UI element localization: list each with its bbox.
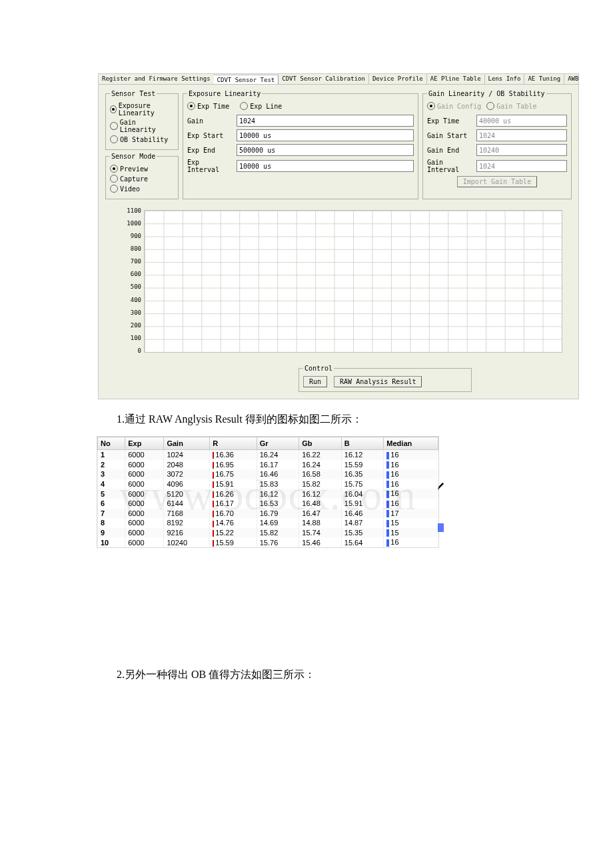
- radio-exp-time[interactable]: Exp Time: [187, 102, 229, 110]
- table-row[interactable]: 66000614416.1716.5316.4815.9116: [98, 499, 438, 509]
- tab-ae-pline-table[interactable]: AE Pline Table: [427, 74, 485, 84]
- tab-ae-tuning[interactable]: AE Tuning: [524, 74, 564, 84]
- table-row[interactable]: 86000819214.7614.6914.8814.8715: [98, 518, 438, 528]
- col-header-r[interactable]: R: [210, 437, 257, 450]
- table-row[interactable]: 56000512016.2616.1216.1216.0416: [98, 489, 438, 499]
- gl-gain-interval-input[interactable]: [476, 160, 567, 172]
- cell: 16: [384, 450, 438, 460]
- radio-label: Gain Linearity: [120, 119, 174, 133]
- table-row[interactable]: 26000204816.9516.1716.2415.5916: [98, 460, 438, 470]
- radio-preview[interactable]: Preview: [110, 165, 174, 173]
- cell: 16.35: [341, 469, 384, 479]
- exp-start-input[interactable]: [237, 129, 414, 141]
- radio-label: Preview: [120, 165, 148, 173]
- tab-cdvt-sensor-test[interactable]: CDVT Sensor Test: [214, 75, 279, 85]
- radio-gain-table[interactable]: Gain Table: [486, 102, 536, 110]
- table-row[interactable]: 16000102416.3616.2416.2216.1216: [98, 450, 438, 460]
- cell: 15.82: [257, 528, 299, 538]
- cell: 15.75: [341, 479, 384, 489]
- radio-gain-linearity[interactable]: Gain Linearity: [110, 119, 174, 133]
- y-tick-label: 900: [111, 233, 141, 239]
- radio-label: Exposure Linearity: [119, 102, 174, 117]
- cell: 16.24: [257, 450, 299, 460]
- radio-dot-icon: [110, 135, 118, 143]
- cell: 6000: [125, 460, 164, 470]
- col-header-gr[interactable]: Gr: [257, 437, 299, 450]
- col-header-exp[interactable]: Exp: [125, 437, 164, 450]
- doc-line-2: 2.另外一种得出 OB 值得方法如图三所示：: [117, 668, 613, 682]
- cell: 16.58: [299, 469, 342, 479]
- cell: 15: [384, 528, 438, 538]
- import-gain-table-button[interactable]: Import Gain Table: [457, 176, 537, 187]
- y-tick-label: 1100: [111, 207, 141, 214]
- cell: 16.17: [257, 460, 299, 470]
- cell: 15.82: [299, 479, 342, 489]
- table-row[interactable]: 76000716816.7016.7916.4716.4617: [98, 509, 438, 519]
- tab-device-profile[interactable]: Device Profile: [369, 74, 427, 84]
- cell: 15.59: [341, 460, 384, 470]
- gl-gain-end-label: Gain End: [427, 147, 474, 154]
- col-header-no[interactable]: No: [98, 437, 125, 450]
- cell: 5: [98, 489, 125, 499]
- gl-exp-time-label: Exp Time: [427, 117, 474, 125]
- cell: 15.83: [257, 479, 299, 489]
- radio-exp-line[interactable]: Exp Line: [240, 102, 282, 110]
- cell: 16.04: [341, 489, 384, 499]
- table-row[interactable]: 46000409615.9115.8315.8215.7516: [98, 479, 438, 489]
- cell: 16.46: [257, 469, 299, 479]
- blue-marker-icon: [386, 529, 389, 537]
- cell: 15.91: [210, 479, 257, 489]
- blue-marker-icon: [386, 461, 389, 469]
- blue-marker-icon: [386, 510, 389, 517]
- gain-label: Gain: [187, 117, 234, 125]
- radio-exposure-linearity[interactable]: Exposure Linearity: [110, 102, 174, 117]
- tab-register-and-firmware-settings[interactable]: Register and Firmware Settings: [99, 74, 215, 84]
- radio-label: Capture: [120, 175, 148, 183]
- cell: 6144: [164, 499, 210, 509]
- gl-gain-start-input[interactable]: [476, 129, 567, 141]
- table-row[interactable]: 1060001024015.5915.7615.4615.6416: [98, 537, 438, 547]
- gain-linearity-group: Gain Linearity / OB Stability Gain Confi…: [422, 90, 572, 199]
- red-marker-icon: [213, 491, 214, 498]
- red-marker-icon: [213, 511, 214, 517]
- radio-ob-stability[interactable]: OB Stability: [110, 135, 174, 143]
- col-header-b[interactable]: B: [341, 437, 384, 450]
- y-tick-label: 800: [111, 245, 141, 252]
- cell: 14.88: [299, 518, 342, 528]
- col-header-gain[interactable]: Gain: [164, 437, 210, 450]
- cell: 16.12: [257, 489, 299, 499]
- table-row[interactable]: 96000921615.2215.8215.7415.3515: [98, 528, 438, 538]
- tab-awb-tuning[interactable]: AWB Tuning: [564, 74, 578, 84]
- radio-capture[interactable]: Capture: [110, 175, 174, 183]
- raw-analysis-result-button[interactable]: RAW Analysis Result: [334, 376, 422, 387]
- col-header-median[interactable]: Median: [384, 437, 438, 450]
- tab-cdvt-sensor-calibration[interactable]: CDVT Sensor Calibration: [279, 74, 369, 84]
- radio-dot-icon: [110, 175, 118, 183]
- table-row[interactable]: 36000307216.7516.4616.5816.3516: [98, 469, 438, 479]
- gain-input[interactable]: [237, 115, 414, 127]
- run-button[interactable]: Run: [303, 376, 327, 387]
- radio-gain-config[interactable]: Gain Config: [427, 102, 481, 110]
- radio-video[interactable]: Video: [110, 185, 174, 193]
- cell: 3: [98, 469, 125, 479]
- cell: 16: [384, 460, 438, 470]
- cell: 15: [384, 518, 438, 528]
- cell: 16.17: [210, 499, 257, 509]
- exp-interval-input[interactable]: [237, 160, 414, 172]
- tab-lens-info[interactable]: Lens Info: [485, 74, 525, 84]
- blue-marker-icon: [386, 471, 389, 479]
- y-tick-label: 600: [111, 271, 141, 277]
- y-tick-label: 700: [111, 258, 141, 265]
- cell: 8192: [164, 518, 210, 528]
- cell: 9216: [164, 528, 210, 538]
- gl-exp-time-input[interactable]: [476, 115, 567, 127]
- col-header-gb[interactable]: Gb: [299, 437, 342, 450]
- radio-dot-icon: [486, 102, 494, 110]
- radio-label: OB Stability: [120, 136, 168, 143]
- cell: 16: [384, 499, 438, 509]
- cell: 15.35: [341, 528, 384, 538]
- exp-end-input[interactable]: [237, 144, 414, 156]
- radio-dot-icon: [110, 122, 118, 130]
- cell: 2048: [164, 460, 210, 470]
- gl-gain-end-input[interactable]: [476, 144, 567, 156]
